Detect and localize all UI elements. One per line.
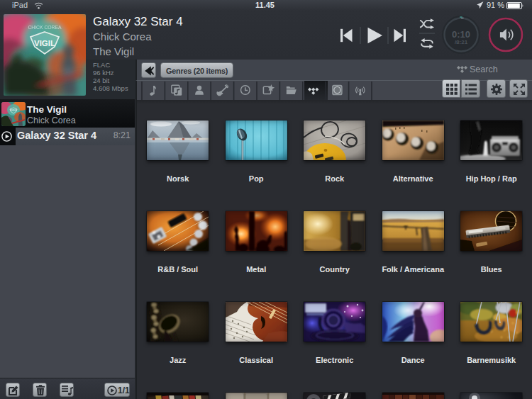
svg-text:CHICK COREA: CHICK COREA <box>28 25 62 30</box>
svg-text:/8:21: /8:21 <box>455 39 468 45</box>
svg-text:VIGIL: VIGIL <box>34 39 55 47</box>
svg-text:VIGIL: VIGIL <box>10 109 18 112</box>
svg-text:0:10: 0:10 <box>452 29 470 40</box>
